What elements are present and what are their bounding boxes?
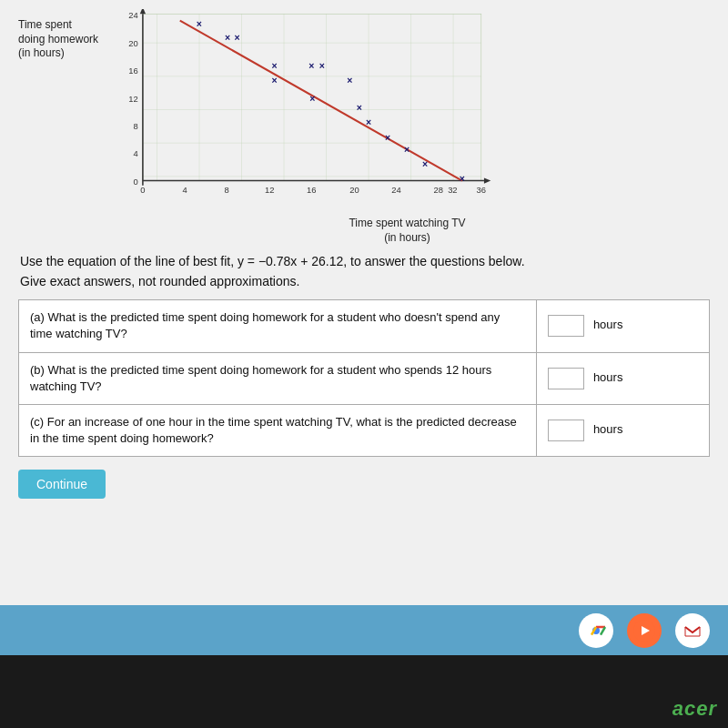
chart-area: Time spent doing homework (in hours) (18, 9, 710, 209)
table-row: (b) What is the predicted time spent doi… (19, 352, 710, 404)
main-content: Time spent doing homework (in hours) (0, 0, 728, 605)
svg-text:×: × (404, 145, 410, 155)
svg-text:8: 8 (133, 121, 137, 131)
svg-text:×: × (347, 76, 352, 86)
svg-marker-3 (484, 177, 490, 183)
chart-svg: 0 4 8 12 16 20 24 0 4 8 12 16 20 24 28 3… (105, 9, 505, 209)
svg-text:×: × (385, 133, 390, 143)
answer-table: (a) What is the predicted time spent doi… (18, 299, 710, 457)
chrome-icon[interactable] (579, 613, 613, 648)
svg-text:28: 28 (433, 185, 442, 195)
svg-text:16: 16 (307, 185, 316, 195)
svg-text:12: 12 (128, 94, 137, 104)
svg-text:24: 24 (128, 10, 137, 20)
bottom-bar: acer (0, 655, 728, 728)
unit-b: hours (593, 370, 623, 384)
svg-text:12: 12 (265, 185, 274, 195)
answer-cell-b: hours (537, 352, 710, 404)
unit-a: hours (593, 318, 623, 332)
answer-input-a[interactable] (548, 315, 584, 337)
question-a: (a) What is the predicted time spent doi… (19, 300, 537, 352)
answer-cell-a: hours (537, 300, 710, 352)
equation-text: Use the equation of the line of best fit… (18, 254, 710, 268)
svg-text:×: × (235, 33, 240, 43)
svg-text:×: × (357, 103, 362, 113)
svg-marker-4 (140, 9, 146, 14)
answer-input-c[interactable] (548, 420, 584, 441)
svg-text:20: 20 (128, 38, 137, 48)
table-row: (a) What is the predicted time spent doi… (19, 300, 710, 352)
svg-text:32: 32 (448, 185, 457, 195)
svg-text:16: 16 (128, 66, 137, 76)
question-b: (b) What is the predicted time spent doi… (19, 352, 537, 404)
svg-text:4: 4 (133, 148, 137, 158)
table-row: (c) For an increase of one hour in the t… (19, 404, 710, 456)
continue-button[interactable]: Continue (18, 470, 106, 499)
svg-text:8: 8 (224, 185, 228, 195)
svg-text:24: 24 (391, 185, 400, 195)
svg-text:×: × (225, 33, 230, 43)
question-c: (c) For an increase of one hour in the t… (19, 404, 537, 456)
svg-text:×: × (366, 117, 371, 127)
acer-logo: acer (672, 697, 717, 721)
svg-text:0: 0 (133, 177, 137, 187)
unit-c: hours (593, 423, 623, 437)
svg-text:×: × (460, 174, 465, 184)
gmail-icon[interactable] (675, 613, 710, 648)
svg-text:×: × (271, 76, 277, 86)
svg-text:36: 36 (477, 185, 486, 195)
svg-text:×: × (197, 19, 202, 29)
svg-text:×: × (271, 61, 277, 71)
play-icon[interactable] (627, 613, 662, 648)
y-axis-label: Time spent doing homework (in hours) (18, 9, 100, 61)
scatter-chart: 0 4 8 12 16 20 24 0 4 8 12 16 20 24 28 3… (105, 9, 505, 209)
svg-text:×: × (319, 61, 325, 71)
svg-text:×: × (308, 61, 314, 71)
svg-text:×: × (422, 159, 428, 169)
instruction-text: Give exact answers, not rounded approxim… (18, 274, 710, 288)
svg-text:20: 20 (349, 185, 359, 195)
answer-input-b[interactable] (548, 368, 584, 389)
svg-text:×: × (309, 94, 315, 104)
x-axis-label: Time spent watching TV (in hours) (105, 217, 710, 245)
svg-text:4: 4 (182, 185, 187, 195)
svg-text:0: 0 (140, 185, 145, 195)
taskbar (0, 605, 728, 655)
answer-cell-c: hours (537, 404, 710, 456)
